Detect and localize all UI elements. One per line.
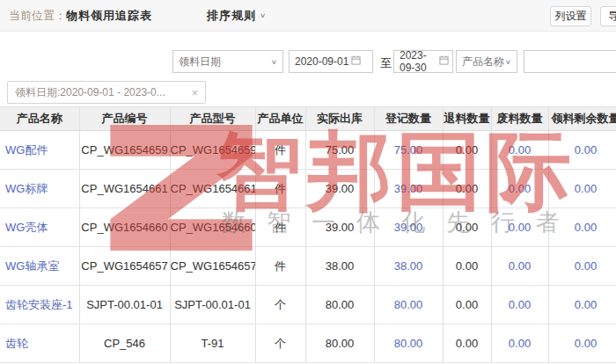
table-row: WG轴承室CP_WG1654657CP_WG1654657件38.0038.00…: [0, 247, 616, 286]
table-row: WG标牌CP_WG1654661CP_WG1654661件39.0039.000…: [0, 170, 616, 208]
sort-rules-label: 排序规则: [207, 8, 256, 24]
table-cell: CP_WG1654659: [170, 131, 255, 170]
product-name-link[interactable]: WG壳体: [0, 208, 79, 247]
column-header: 领料剩余数量: [548, 107, 616, 131]
table-cell: CP_WG1654661: [79, 170, 170, 208]
table-cell[interactable]: 0.00: [548, 208, 616, 247]
table-cell[interactable]: 80.00: [374, 286, 443, 324]
table-cell[interactable]: 80.00: [374, 324, 443, 363]
table-cell: 0.00: [443, 131, 491, 170]
date-to-input[interactable]: 2023-09-30: [393, 50, 453, 73]
location-label: 当前位置：: [9, 8, 66, 24]
table-row: WG壳体CP_WG1654660CP_WG1654660件39.0039.000…: [0, 208, 616, 247]
table-cell: 件: [255, 170, 305, 208]
table-cell: CP_WG1654661: [170, 170, 255, 208]
table-cell: 80.00: [305, 286, 374, 324]
table-cell: T-91: [170, 324, 255, 363]
table-cell: 件: [255, 208, 305, 247]
product-name-link[interactable]: WG配件: [0, 131, 79, 170]
chevron-down-icon: ∨: [271, 58, 277, 66]
table-cell: 0.00: [443, 247, 491, 286]
column-header: 产品编号: [79, 107, 170, 131]
table-cell[interactable]: 0.00: [491, 324, 548, 363]
calendar-icon: [439, 55, 449, 68]
table-cell[interactable]: 75.00: [374, 131, 443, 170]
table-cell: SJPT-00.01-01: [170, 286, 255, 324]
table-cell: 80.00: [305, 324, 374, 363]
table-cell: CP_WG1654660: [170, 208, 255, 247]
material-tracking-page: 当前位置： 物料领用追踪表 排序规则 ∨ 列设置 导出 领料日期 ∨ 2020-…: [0, 0, 616, 364]
chevron-down-icon: ∨: [505, 58, 511, 66]
column-header: 实际出库: [305, 107, 374, 131]
column-header: 产品名称: [0, 107, 79, 131]
table-cell: 39.00: [305, 208, 374, 247]
column-header: 废料数量: [491, 107, 548, 131]
table-row: WG配件CP_WG1654659CP_WG1654659件75.0075.000…: [0, 131, 616, 170]
table-cell[interactable]: 0.00: [491, 131, 548, 170]
page-title: 物料领用追踪表: [66, 8, 152, 24]
date-range-separator: 至: [380, 55, 392, 71]
table-row: 齿轮CP_546T-91个80.0080.000.000.000.00: [0, 324, 616, 363]
active-filter-chip: 领料日期:2020-09-01 - 2023-0... ×: [7, 81, 206, 104]
table-cell: 个: [255, 324, 305, 363]
table-cell[interactable]: 39.00: [374, 170, 443, 208]
table-cell: CP_546: [79, 324, 170, 363]
table-cell[interactable]: 0.00: [491, 247, 548, 286]
close-icon[interactable]: ×: [191, 86, 198, 99]
filter-chip-text: 领料日期:2020-09-01 - 2023-0...: [15, 85, 165, 100]
product-name-select[interactable]: 产品名称 ∨: [456, 50, 517, 73]
table-cell: 个: [255, 286, 305, 324]
table-cell[interactable]: 0.00: [548, 247, 616, 286]
table-cell: 39.00: [305, 170, 374, 208]
product-name-link[interactable]: 齿轮安装座-1: [0, 286, 79, 324]
table-cell: 0.00: [443, 208, 491, 247]
table-cell: CP_WG1654657: [79, 247, 170, 286]
table-cell: 75.00: [305, 131, 374, 170]
date-from-input[interactable]: 2020-09-01: [289, 50, 373, 73]
date-to-value: 2023-09-30: [400, 49, 436, 74]
table-cell[interactable]: 0.00: [548, 324, 616, 363]
table-cell[interactable]: 39.00: [374, 208, 443, 247]
table-cell: 0.00: [443, 286, 491, 324]
table-cell[interactable]: 0.00: [491, 170, 548, 208]
table-cell: CP_WG1654659: [79, 131, 170, 170]
table-cell: 0.00: [443, 324, 491, 363]
table-cell[interactable]: 0.00: [548, 286, 616, 324]
table-cell[interactable]: 0.00: [491, 208, 548, 247]
table-cell: CP_WG1654657: [170, 247, 255, 286]
table-header-row: 产品名称产品编号产品型号产品单位实际出库登记数量退料数量废料数量领料剩余数量: [0, 107, 616, 131]
table-cell: CP_WG1654660: [79, 208, 170, 247]
filter-field-value: 领料日期: [179, 55, 221, 69]
table-cell[interactable]: 0.00: [548, 131, 616, 170]
table-body: WG配件CP_WG1654659CP_WG1654659件75.0075.000…: [0, 131, 616, 363]
column-settings-button[interactable]: 列设置: [550, 6, 591, 26]
date-from-value: 2020-09-01: [295, 55, 348, 68]
table-cell[interactable]: 0.00: [548, 170, 616, 208]
topbar: 当前位置： 物料领用追踪表 排序规则 ∨ 列设置 导出: [0, 0, 616, 32]
table-cell: 件: [255, 131, 305, 170]
table-cell: 0.00: [443, 170, 491, 208]
table-cell[interactable]: 38.00: [374, 247, 443, 286]
table-cell[interactable]: 0.00: [491, 286, 548, 324]
column-header: 产品型号: [170, 107, 255, 131]
column-header: 退料数量: [443, 107, 491, 131]
product-name-link[interactable]: WG轴承室: [0, 247, 79, 286]
table-cell: 件: [255, 247, 305, 286]
product-name-select-value: 产品名称: [462, 55, 504, 69]
product-name-search-input[interactable]: [524, 50, 616, 73]
calendar-icon: [351, 55, 361, 68]
chevron-down-icon: ∨: [260, 11, 266, 19]
table-row: 齿轮安装座-1SJPT-00.01-01SJPT-00.01-01个80.008…: [0, 286, 616, 324]
sort-rules-dropdown[interactable]: 排序规则 ∨: [207, 8, 266, 24]
filter-field-select[interactable]: 领料日期 ∨: [172, 50, 283, 73]
tracking-table: 产品名称产品编号产品型号产品单位实际出库登记数量退料数量废料数量领料剩余数量 W…: [0, 106, 616, 363]
export-button[interactable]: 导出: [600, 6, 616, 26]
column-header: 产品单位: [255, 107, 305, 131]
table-cell: SJPT-00.01-01: [79, 286, 170, 324]
product-name-link[interactable]: WG标牌: [0, 170, 79, 208]
table-cell: 38.00: [305, 247, 374, 286]
product-name-link[interactable]: 齿轮: [0, 324, 79, 363]
column-header: 登记数量: [374, 107, 443, 131]
